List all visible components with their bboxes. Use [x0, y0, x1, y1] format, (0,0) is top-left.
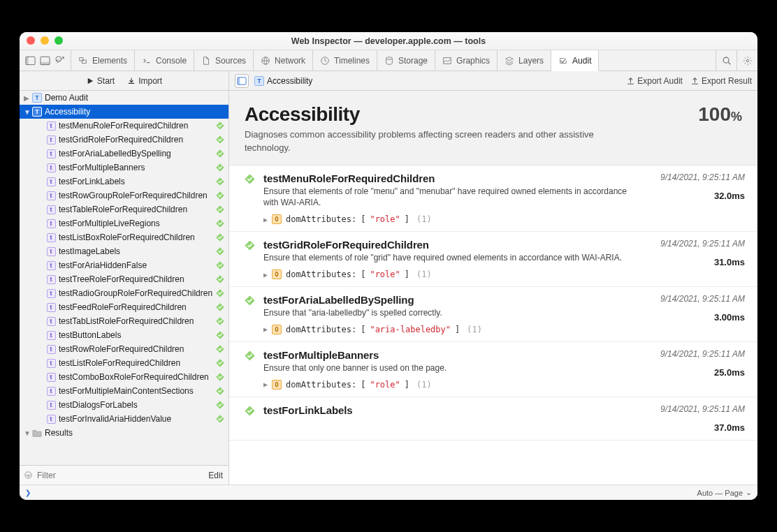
tab-label: Graphics [456, 56, 490, 66]
dock-left-icon[interactable] [25, 56, 36, 66]
sidebar-test-item[interactable]: ttestFeedRoleForRequiredChildren [20, 300, 228, 314]
breadcrumb[interactable]: T Accessibility [254, 76, 312, 86]
sidebar-test-item[interactable]: ttestListBoxRoleForRequiredChildren [20, 230, 228, 244]
disclosure-triangle[interactable]: ▼ [24, 429, 32, 437]
sidebar-item-accessibility[interactable]: ▼TAccessibility [20, 105, 228, 119]
sidebar-test-item[interactable]: ttestRowRoleForRequiredChildren [20, 342, 228, 356]
settings-button[interactable] [736, 50, 757, 71]
tab-label: Storage [398, 56, 428, 66]
sidebar-test-item[interactable]: ttestForLinkLabels [20, 175, 228, 189]
result-row: testForAriaLabelledBySpelling Ensure tha… [229, 287, 757, 342]
edit-button[interactable]: Edit [208, 471, 224, 480]
test-case-icon: t [47, 205, 56, 214]
zoom-window-button[interactable] [55, 36, 63, 45]
play-icon [86, 77, 94, 85]
tab-label: Network [275, 56, 305, 66]
sidebar-test-item[interactable]: ttestButtonLabels [20, 328, 228, 342]
start-label: Start [97, 76, 115, 86]
dock-bottom-icon[interactable] [40, 56, 50, 66]
tab-graphics[interactable]: Graphics [435, 50, 498, 71]
toggle-navigation-sidebar-button[interactable] [235, 74, 249, 88]
import-button[interactable]: Import [127, 76, 162, 86]
sidebar-test-item[interactable]: ttestForMultipleMainContentSections [20, 384, 228, 398]
result-row: testGridRoleForRequiredChildren Ensure t… [229, 232, 757, 287]
sidebar: Start Import ▶TDemo Audit▼TAccessibility… [20, 71, 229, 485]
layers-icon [504, 56, 514, 66]
sidebar-test-item[interactable]: ttestRadioGroupRoleForRequiredChildren [20, 286, 228, 300]
sidebar-test-item[interactable]: ttestTabListRoleForRequiredChildren [20, 314, 228, 328]
disclosure-triangle[interactable]: ▶ [263, 380, 268, 388]
start-button[interactable]: Start [86, 76, 115, 86]
sidebar-test-item[interactable]: ttestForAriaLabelledBySpelling [20, 147, 228, 161]
sidebar-test-item[interactable]: ttestForMultipleBanners [20, 161, 228, 175]
test-case-icon: t [47, 415, 56, 424]
dock-detach-icon[interactable] [55, 56, 65, 66]
graphics-icon [442, 56, 452, 66]
close-window-button[interactable] [27, 36, 35, 45]
pass-badge-icon [216, 415, 224, 423]
sidebar-test-item[interactable]: ttestTreeRoleForRequiredChildren [20, 272, 228, 286]
object-icon: O [272, 269, 282, 279]
dom-count: (1) [416, 380, 432, 390]
page-context-selector[interactable]: Auto — Page [697, 489, 743, 497]
tab-timelines[interactable]: Timelines [313, 50, 377, 71]
object-icon: O [272, 380, 282, 390]
export-result-button[interactable]: Export Result [691, 76, 752, 86]
test-case-icon: t [47, 233, 56, 242]
sidebar-test-item[interactable]: ttestDialogsForLabels [20, 398, 228, 412]
tab-network[interactable]: Network [254, 50, 313, 71]
sidebar-test-item[interactable]: ttestMenuRoleForRequiredChildren [20, 119, 228, 133]
sidebar-test-item[interactable]: ttestForAriaHiddenFalse [20, 258, 228, 272]
sidebar-test-item[interactable]: ttestTableRoleForRequiredChildren [20, 202, 228, 216]
tree-item-label: Results [45, 428, 73, 438]
sidebar-item-demo[interactable]: ▶TDemo Audit [20, 91, 228, 105]
console-toggle-button[interactable]: ❯ [25, 489, 31, 496]
sidebar-test-item[interactable]: ttestForMultipleLiveRegions [20, 216, 228, 230]
disclosure-triangle[interactable]: ▼ [24, 108, 32, 116]
tab-audit[interactable]: Audit [551, 50, 599, 71]
sidebar-test-item[interactable]: ttestImageLabels [20, 244, 228, 258]
dom-attributes-line[interactable]: ▶ O domAttributes: ["aria-labeledby"] (1… [263, 325, 632, 334]
minimize-window-button[interactable] [41, 36, 49, 45]
test-case-icon: t [47, 247, 56, 256]
tree-item-label: testForInvalidAriaHiddenValue [59, 414, 171, 424]
test-case-icon: t [47, 373, 56, 382]
sidebar-test-item[interactable]: ttestRowGroupRoleForRequiredChildren [20, 189, 228, 202]
search-button[interactable] [716, 50, 736, 71]
test-case-icon: t [47, 121, 56, 131]
tree-item-label: Accessibility [45, 107, 90, 117]
tab-console[interactable]: Console [135, 50, 194, 71]
test-case-icon: t [47, 303, 56, 312]
bracket: ] [455, 325, 460, 334]
tab-layers[interactable]: Layers [498, 50, 551, 71]
test-case-icon: t [47, 261, 56, 270]
disclosure-triangle[interactable]: ▶ [263, 271, 268, 279]
tree-item-label: testRowGroupRoleForRequiredChildren [59, 191, 208, 200]
dom-attributes-line[interactable]: ▶ O domAttributes: ["role"] (1) [263, 380, 632, 390]
sidebar-test-item[interactable]: ttestForInvalidAriaHiddenValue [20, 412, 228, 426]
filter-icon [24, 471, 33, 480]
result-description: Ensure that elements of role "menu" and … [263, 186, 632, 209]
sidebar-item-results[interactable]: ▼Results [20, 426, 228, 440]
export-audit-button[interactable]: Export Audit [627, 76, 683, 86]
pass-badge-icon [216, 233, 224, 242]
folder-icon [32, 429, 42, 437]
svg-point-11 [723, 57, 729, 63]
dom-attributes-line[interactable]: ▶ O domAttributes: ["role"] (1) [263, 269, 632, 279]
disclosure-triangle[interactable]: ▶ [263, 325, 268, 333]
dom-attributes-line[interactable]: ▶ O domAttributes: ["role"] (1) [263, 214, 632, 224]
test-case-icon: t [47, 345, 56, 354]
tab-elements[interactable]: Elements [71, 50, 135, 71]
tab-storage[interactable]: Storage [377, 50, 435, 71]
pass-badge-icon [216, 317, 224, 325]
sidebar-test-item[interactable]: ttestComboBoxRoleForRequiredChildren [20, 370, 228, 384]
sidebar-test-item[interactable]: ttestGridRoleForRequiredChildren [20, 133, 228, 147]
tree-item-label: testForMultipleLiveRegions [59, 219, 160, 228]
disclosure-triangle[interactable]: ▶ [24, 94, 32, 102]
tab-sources[interactable]: Sources [194, 50, 254, 71]
sidebar-test-item[interactable]: ttestListRoleForRequiredChildren [20, 356, 228, 370]
disclosure-triangle[interactable]: ▶ [263, 216, 268, 223]
tree-item-label: testButtonLabels [59, 330, 121, 340]
filter-input[interactable] [37, 468, 204, 482]
result-duration: 25.0ms [714, 367, 745, 378]
